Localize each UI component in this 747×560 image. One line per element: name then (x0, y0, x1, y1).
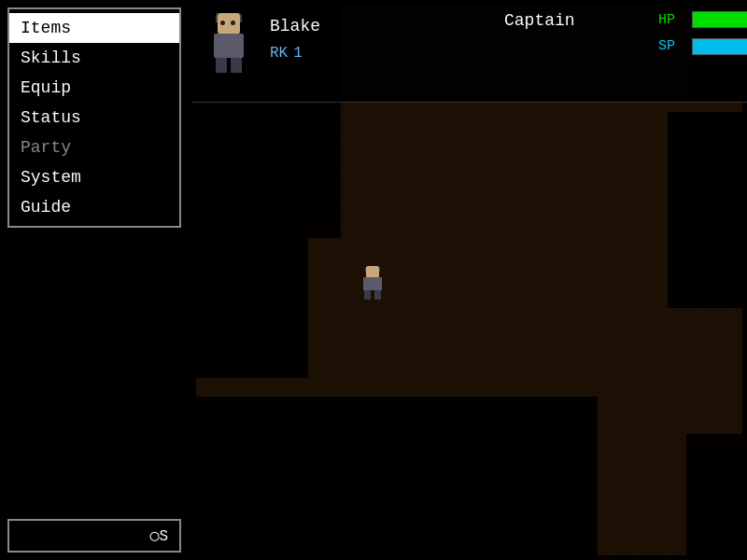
char-sprite (206, 13, 251, 73)
menu-item-system[interactable]: System (9, 162, 179, 192)
rk-value: 1 (293, 45, 303, 62)
char-name-rk: Blake RK 1 (270, 17, 320, 62)
hp-bar-text: 115/115 (693, 12, 747, 27)
mini-head (366, 266, 379, 277)
sprite-leg-right (231, 58, 242, 73)
dark-corner-bottomright (686, 434, 742, 555)
mini-sprite (359, 266, 386, 300)
sprite-eye-left (220, 21, 225, 25)
wall-bottom (191, 555, 747, 560)
sp-label: SP (658, 38, 684, 54)
hp-row: HP 115/115 (658, 11, 747, 28)
char-class: Captain (504, 11, 575, 30)
sprite-leg-left (216, 58, 227, 73)
sp-bar-track: 4/4 (692, 38, 747, 55)
dark-left-mid (196, 238, 308, 378)
dark-right-mid (668, 112, 742, 308)
sp-row: SP 4/4 ◯RP (658, 37, 747, 55)
dungeon-character (359, 266, 386, 300)
char-name: Blake (270, 17, 320, 35)
char-rk-row: RK 1 (270, 45, 320, 62)
char-panel: Blake RK 1 Captain HP 115/115 SP (191, 0, 747, 103)
rk-label: RK (270, 45, 288, 62)
menu-item-skills[interactable]: Skills (9, 43, 179, 73)
hp-label: HP (658, 12, 684, 28)
sp-bar-text: 4/4 (693, 39, 747, 54)
menu-panel: Items Skills Equip Status Party System G… (7, 7, 181, 228)
menu-item-guide[interactable]: Guide (9, 192, 179, 222)
sprite-eye-right (231, 21, 235, 25)
game-world: Blake RK 1 Captain HP 115/115 SP (191, 0, 747, 560)
stat-bars: HP 115/115 SP 4/4 ◯RP (658, 11, 747, 55)
mini-leg-right (374, 290, 381, 300)
menu-item-items[interactable]: Items (9, 13, 179, 43)
menu-item-party[interactable]: Party (9, 133, 179, 162)
bottom-button-label: ◯S (150, 526, 168, 545)
mini-leg-left (364, 290, 371, 300)
bottom-button[interactable]: ◯S (7, 519, 181, 553)
mini-body (363, 277, 382, 290)
menu-item-equip[interactable]: Equip (9, 73, 179, 103)
menu-item-status[interactable]: Status (9, 103, 179, 133)
hp-bar-track: 115/115 (692, 11, 747, 28)
sprite-armor (214, 34, 244, 58)
dark-corner-bottomleft (196, 397, 598, 555)
